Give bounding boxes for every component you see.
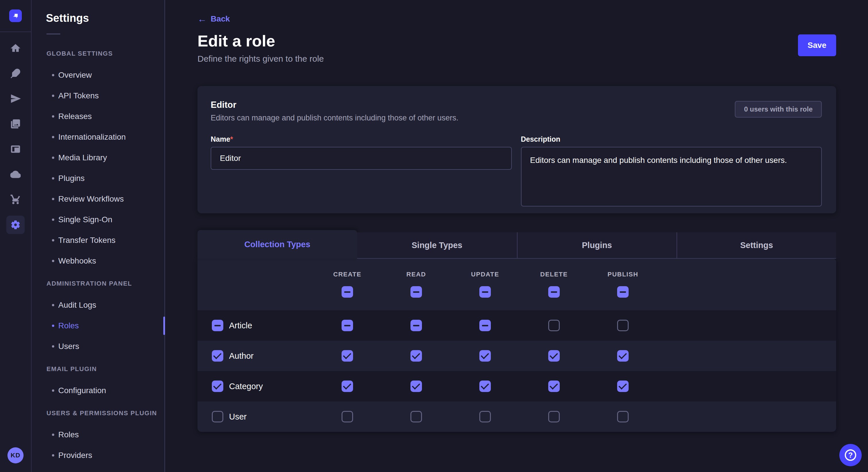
category-delete-checkbox[interactable] xyxy=(548,380,560,392)
bullet-icon xyxy=(52,390,54,392)
help-button[interactable]: ? xyxy=(839,444,862,466)
row-checkbox-category[interactable] xyxy=(212,380,223,392)
strapi-logo[interactable] xyxy=(9,9,22,22)
article-update-checkbox[interactable] xyxy=(479,320,491,331)
select-all-create-checkbox[interactable] xyxy=(342,286,353,298)
cloud-icon[interactable] xyxy=(6,165,25,183)
tab-plugins[interactable]: Plugins xyxy=(517,232,677,259)
strapi-logo-icon xyxy=(11,11,20,20)
sidebar-title-divider xyxy=(46,34,60,34)
select-all-update-checkbox[interactable] xyxy=(479,286,491,298)
author-read-checkbox[interactable] xyxy=(410,350,422,362)
deploy-paper-plane-icon[interactable] xyxy=(6,90,25,108)
sidebar-item-roles-active[interactable]: Roles xyxy=(32,315,164,336)
permission-row-article: Article xyxy=(197,310,836,341)
sidebar-item-up-roles[interactable]: Roles xyxy=(32,425,164,445)
author-delete-checkbox[interactable] xyxy=(548,350,560,362)
user-delete-checkbox[interactable] xyxy=(548,411,560,423)
settings-gear-icon[interactable] xyxy=(6,216,25,234)
user-avatar[interactable]: KD xyxy=(7,447,24,463)
permission-row-user: User xyxy=(197,401,836,432)
row-checkbox-author[interactable] xyxy=(212,350,223,362)
rail-nav xyxy=(6,39,25,234)
select-all-publish-checkbox[interactable] xyxy=(617,286,629,298)
bullet-icon xyxy=(52,115,54,117)
users-with-role-badge[interactable]: 0 users with this role xyxy=(735,101,822,117)
content-type-builder-feather-icon[interactable] xyxy=(6,64,25,82)
bullet-icon xyxy=(52,177,54,179)
sidebar-item-configuration[interactable]: Configuration xyxy=(32,380,164,401)
sidebar-item-releases[interactable]: Releases xyxy=(32,106,164,127)
author-publish-checkbox[interactable] xyxy=(617,350,629,362)
sidebar-item-review-workflows[interactable]: Review Workflows xyxy=(32,189,164,209)
nav-rail: KD xyxy=(0,0,32,472)
back-link[interactable]: ← Back xyxy=(197,14,230,24)
user-publish-checkbox[interactable] xyxy=(617,411,629,423)
permission-row-author: Author xyxy=(197,341,836,371)
select-all-read-checkbox[interactable] xyxy=(410,286,422,298)
description-textarea[interactable]: Editors can manage and publish contents … xyxy=(521,147,822,206)
column-label-update: UPDATE xyxy=(471,271,499,278)
section-email-plugin: EMAIL PLUGIN Configuration xyxy=(32,365,164,401)
logo-area xyxy=(0,0,31,32)
main-content: ← Back Edit a role Define the rights giv… xyxy=(165,0,868,472)
category-update-checkbox[interactable] xyxy=(479,380,491,392)
sidebar-item-audit-logs[interactable]: Audit Logs xyxy=(32,295,164,315)
sidebar-item-api-tokens[interactable]: API Tokens xyxy=(32,86,164,106)
description-field-group: Description Editors can manage and publi… xyxy=(521,135,822,206)
bullet-icon xyxy=(52,434,54,436)
sidebar-item-users[interactable]: Users xyxy=(32,336,164,357)
column-label-publish: PUBLISH xyxy=(608,271,638,278)
bullet-icon xyxy=(52,325,54,327)
tab-collection-types[interactable]: Collection Types xyxy=(197,230,357,259)
sidebar-item-overview[interactable]: Overview xyxy=(32,65,164,86)
article-publish-checkbox[interactable] xyxy=(617,320,629,331)
sidebar-item-single-sign-on[interactable]: Single Sign-On xyxy=(32,209,164,230)
page-header: Edit a role Define the rights given to t… xyxy=(197,32,836,64)
settings-sidebar: Settings GLOBAL SETTINGS Overview API To… xyxy=(32,0,165,472)
author-create-checkbox[interactable] xyxy=(342,350,353,362)
description-field-label: Description xyxy=(521,135,822,143)
article-create-checkbox[interactable] xyxy=(342,320,353,331)
sidebar-item-plugins[interactable]: Plugins xyxy=(32,168,164,189)
bullet-icon xyxy=(52,218,54,221)
tab-settings[interactable]: Settings xyxy=(677,232,836,259)
save-button[interactable]: Save xyxy=(798,34,836,56)
name-input[interactable] xyxy=(211,147,512,170)
home-icon[interactable] xyxy=(6,39,25,57)
column-read: READ xyxy=(382,271,451,310)
user-update-checkbox[interactable] xyxy=(479,411,491,423)
author-update-checkbox[interactable] xyxy=(479,350,491,362)
select-all-delete-checkbox[interactable] xyxy=(548,286,560,298)
column-label-delete: DELETE xyxy=(540,271,568,278)
section-header: USERS & PERMISSIONS PLUGIN xyxy=(32,409,164,417)
question-mark-icon: ? xyxy=(845,449,856,461)
column-create: CREATE xyxy=(313,271,382,310)
category-publish-checkbox[interactable] xyxy=(617,380,629,392)
row-checkbox-user[interactable] xyxy=(212,411,223,423)
row-label: User xyxy=(229,412,247,422)
column-update: UPDATE xyxy=(451,271,520,310)
column-label-create: CREATE xyxy=(333,271,361,278)
permissions-card: Collection Types Single Types Plugins Se… xyxy=(197,230,836,432)
sidebar-item-media-library[interactable]: Media Library xyxy=(32,147,164,168)
section-administration-panel: ADMINISTRATION PANEL Audit Logs Roles Us… xyxy=(32,280,164,357)
row-checkbox-article[interactable] xyxy=(212,320,223,331)
content-manager-layout-icon[interactable] xyxy=(6,140,25,158)
user-read-checkbox[interactable] xyxy=(410,411,422,423)
article-delete-checkbox[interactable] xyxy=(548,320,560,331)
sidebar-item-internationalization[interactable]: Internationalization xyxy=(32,127,164,147)
role-summary: Editors can manage and publish contents … xyxy=(211,113,822,123)
column-publish: PUBLISH xyxy=(588,271,657,310)
row-label: Category xyxy=(229,382,263,391)
user-create-checkbox[interactable] xyxy=(342,411,353,423)
tab-single-types[interactable]: Single Types xyxy=(357,232,517,259)
sidebar-item-transfer-tokens[interactable]: Transfer Tokens xyxy=(32,230,164,250)
category-read-checkbox[interactable] xyxy=(410,380,422,392)
sidebar-item-up-providers[interactable]: Providers xyxy=(32,445,164,466)
media-library-images-icon[interactable] xyxy=(6,115,25,133)
marketplace-cart-icon[interactable] xyxy=(6,191,25,209)
article-read-checkbox[interactable] xyxy=(410,320,422,331)
category-create-checkbox[interactable] xyxy=(342,380,353,392)
sidebar-item-webhooks[interactable]: Webhooks xyxy=(32,250,164,271)
